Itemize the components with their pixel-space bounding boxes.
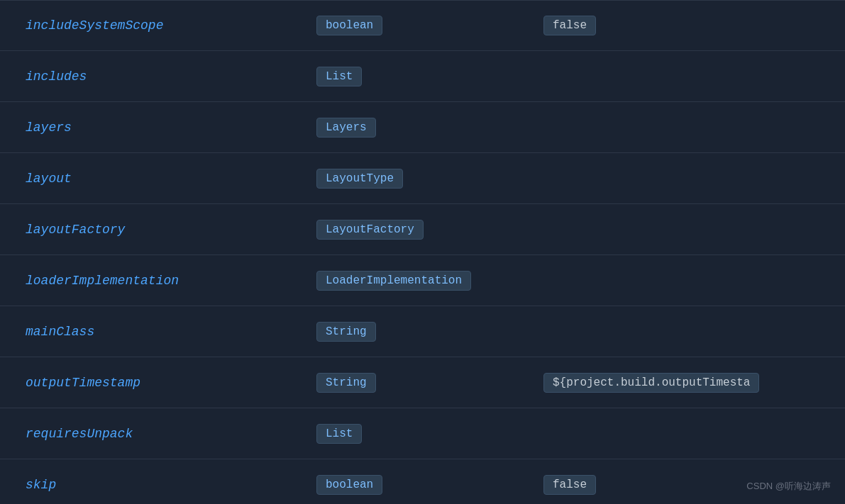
property-name[interactable]: layers [26,121,316,135]
type-badge: LayoutFactory [316,220,424,240]
type-badge: List [316,67,362,86]
table-row: mainClassString [0,306,845,357]
property-type: String [316,373,543,393]
property-type: Layers [316,118,543,138]
table-row: layoutLayoutType [0,153,845,204]
type-badge: boolean [316,475,382,495]
table-row: skipbooleanfalse [0,459,845,504]
properties-table: includeSystemScopebooleanfalseincludesLi… [0,0,845,504]
property-type: boolean [316,16,543,35]
property-type: List [316,424,543,444]
property-name[interactable]: requiresUnpack [26,427,316,441]
table-row: includeSystemScopebooleanfalse [0,0,845,51]
table-row: layoutFactoryLayoutFactory [0,204,845,255]
property-name[interactable]: mainClass [26,325,316,339]
property-type: LoaderImplementation [316,271,543,291]
property-default: false [543,16,819,35]
type-badge: String [316,322,376,342]
default-badge: ${project.build.outputTimesta [543,373,759,393]
property-name[interactable]: includes [26,69,316,84]
property-type: List [316,67,543,86]
property-name[interactable]: layoutFactory [26,223,316,237]
type-badge: LoaderImplementation [316,271,471,291]
property-type: String [316,322,543,342]
default-badge: false [543,16,596,35]
property-name[interactable]: loaderImplementation [26,274,316,288]
property-type: LayoutFactory [316,220,543,240]
table-row: layersLayers [0,102,845,153]
table-row: includesList [0,51,845,102]
type-badge: String [316,373,376,393]
property-name[interactable]: includeSystemScope [26,18,316,33]
type-badge: Layers [316,118,376,138]
type-badge: List [316,424,362,444]
type-badge: LayoutType [316,169,403,189]
property-name[interactable]: outputTimestamp [26,376,316,390]
table-row: requiresUnpackList [0,408,845,459]
property-default: ${project.build.outputTimesta [543,373,819,393]
property-name[interactable]: skip [26,478,316,492]
property-type: boolean [316,475,543,495]
type-badge: boolean [316,16,382,35]
default-badge: false [543,475,596,495]
table-row: loaderImplementationLoaderImplementation [0,255,845,306]
property-name[interactable]: layout [26,172,316,186]
table-row: outputTimestampString${project.build.out… [0,357,845,408]
property-type: LayoutType [316,169,543,189]
watermark: CSDN @听海边涛声 [746,480,831,493]
